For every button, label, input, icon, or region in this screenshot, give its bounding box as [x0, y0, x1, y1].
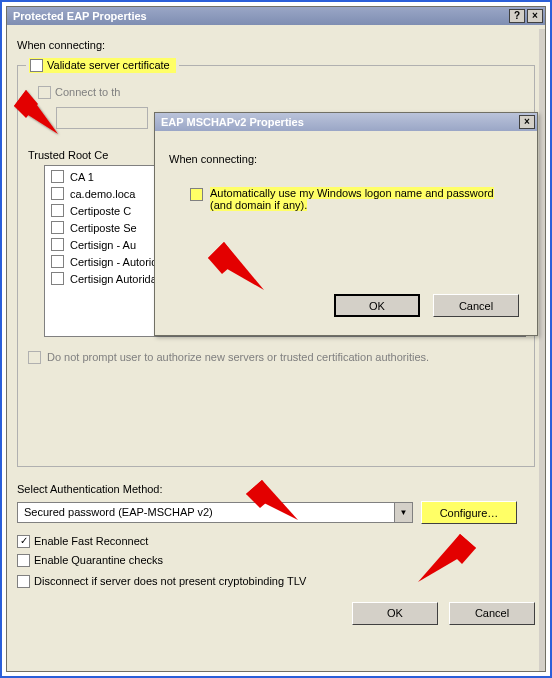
checkbox-icon — [17, 575, 30, 588]
help-button[interactable]: ? — [509, 9, 525, 23]
when-connecting-label: When connecting: — [17, 39, 535, 51]
configure-button-label: Configure… — [440, 507, 499, 519]
child-title: EAP MSCHAPv2 Properties — [161, 116, 517, 128]
checkbox-icon — [51, 221, 64, 234]
ok-label: OK — [387, 607, 403, 619]
protected-eap-dialog: Protected EAP Properties ? × When connec… — [6, 6, 546, 672]
enable-quarantine-checkbox[interactable]: Enable Quarantine checks — [17, 554, 163, 567]
main-titlebar: Protected EAP Properties ? × — [7, 7, 545, 25]
connect-to-servers-checkbox[interactable]: Connect to th — [38, 86, 120, 99]
list-item-label: CA 1 — [70, 171, 94, 183]
checkbox-icon — [28, 351, 41, 364]
cancel-button-child[interactable]: Cancel — [433, 294, 519, 317]
enable-fast-reconnect-checkbox[interactable]: Enable Fast Reconnect — [17, 535, 148, 548]
main-title: Protected EAP Properties — [13, 10, 507, 22]
ok-label: OK — [369, 300, 385, 312]
checkbox-icon — [17, 554, 30, 567]
list-item-label: Certisign - Au — [70, 239, 136, 251]
auto-use-windows-label: Automatically use my Windows logon name … — [210, 187, 494, 211]
list-item-label: Certiposte C — [70, 205, 131, 217]
checkbox-icon — [51, 272, 64, 285]
cancel-label: Cancel — [459, 300, 493, 312]
child-titlebar: EAP MSCHAPv2 Properties × — [155, 113, 537, 131]
child-when-connecting-label: When connecting: — [169, 153, 523, 165]
outer-scrollbar — [539, 29, 545, 671]
eap-mschapv2-dialog: EAP MSCHAPv2 Properties × When connectin… — [154, 112, 538, 336]
disconnect-cryptobinding-checkbox[interactable]: Disconnect if server does not present cr… — [17, 575, 306, 588]
checkbox-icon — [51, 187, 64, 200]
checkbox-icon — [17, 535, 30, 548]
fast-reconnect-label: Enable Fast Reconnect — [34, 535, 148, 547]
ok-button-child[interactable]: OK — [334, 294, 420, 317]
cancel-button-main[interactable]: Cancel — [449, 602, 535, 625]
server-names-input — [56, 107, 148, 129]
checkbox-icon — [38, 86, 51, 99]
validate-cert-legend: Validate server certificate — [26, 58, 179, 74]
quarantine-label: Enable Quarantine checks — [34, 554, 163, 566]
auto-use-windows-logon-checkbox[interactable] — [189, 187, 204, 202]
cancel-label: Cancel — [475, 607, 509, 619]
list-item-label: Certiposte Se — [70, 222, 137, 234]
checkbox-icon — [30, 59, 43, 72]
cryptobind-label: Disconnect if server does not present cr… — [34, 575, 306, 587]
configure-button[interactable]: Configure… — [421, 501, 517, 524]
chevron-down-icon[interactable]: ▼ — [394, 503, 412, 522]
checkbox-icon — [51, 238, 64, 251]
validate-cert-label: Validate server certificate — [47, 59, 170, 71]
checkbox-icon — [51, 255, 64, 268]
checkbox-icon — [190, 188, 203, 201]
close-button-main[interactable]: × — [527, 9, 543, 23]
no-prompt-checkbox — [28, 351, 41, 364]
checkbox-icon — [51, 204, 64, 217]
checkbox-icon — [51, 170, 64, 183]
select-auth-method-label: Select Authentication Method: — [17, 483, 535, 495]
no-prompt-label: Do not prompt user to authorize new serv… — [47, 351, 429, 363]
validate-server-certificate-checkbox[interactable]: Validate server certificate — [29, 58, 176, 73]
auth-method-combobox[interactable]: Secured password (EAP-MSCHAP v2) ▼ — [17, 502, 413, 523]
close-button-child[interactable]: × — [519, 115, 535, 129]
connect-to-label: Connect to th — [55, 86, 120, 98]
auth-method-value: Secured password (EAP-MSCHAP v2) — [18, 503, 394, 522]
list-item-label: ca.demo.loca — [70, 188, 135, 200]
ok-button-main[interactable]: OK — [352, 602, 438, 625]
